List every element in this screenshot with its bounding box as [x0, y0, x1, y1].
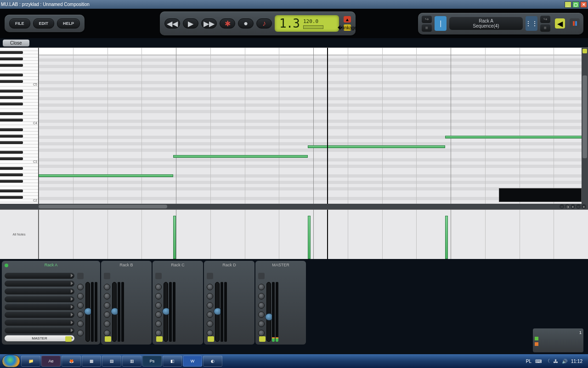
insert-slot[interactable]	[5, 273, 74, 279]
piano-key[interactable]	[0, 70, 38, 74]
channel-indicator[interactable]	[105, 336, 111, 342]
keyboard-icon[interactable]: ⌨	[535, 359, 542, 364]
task-app2[interactable]: ▤	[102, 356, 121, 367]
piano-key[interactable]	[0, 154, 38, 157]
vertical-scrollbar[interactable]	[582, 48, 588, 204]
file-button[interactable]: FILE	[9, 18, 30, 29]
system-tray-popup[interactable]: 1	[533, 328, 583, 352]
piano-key[interactable]	[0, 125, 38, 128]
piano-key[interactable]	[0, 106, 38, 109]
piano-key[interactable]: C5	[0, 83, 38, 86]
channel-knob[interactable]	[258, 321, 265, 327]
channel-knob[interactable]	[77, 302, 84, 309]
channel-knob[interactable]	[207, 330, 213, 336]
zoom-fit-button[interactable]: ◑	[565, 204, 570, 209]
channel-knob[interactable]	[104, 321, 110, 327]
volume-fader[interactable]	[112, 282, 117, 342]
piano-key[interactable]	[0, 119, 38, 122]
mute-button[interactable]	[207, 273, 213, 279]
midi-note[interactable]	[445, 136, 584, 138]
piano-key[interactable]	[0, 77, 38, 80]
piano-key[interactable]	[0, 148, 38, 151]
channel-name[interactable]: MASTER	[255, 263, 306, 267]
piano-key[interactable]	[0, 103, 38, 106]
marker-button[interactable]: ✱	[220, 18, 235, 29]
network-icon[interactable]: 🖧	[554, 359, 558, 364]
channel-knob[interactable]	[104, 284, 110, 290]
task-app3[interactable]: ▥	[122, 356, 141, 367]
volume-icon[interactable]: 🔊	[562, 359, 567, 364]
mute-button[interactable]	[77, 273, 84, 279]
piano-key[interactable]	[0, 128, 38, 132]
scroll-up-button[interactable]	[582, 49, 587, 53]
piano-key[interactable]	[0, 80, 38, 83]
midi-note[interactable]	[39, 174, 173, 177]
insert-slot[interactable]	[5, 304, 74, 310]
piano-key[interactable]	[0, 132, 38, 135]
piano-key[interactable]	[0, 141, 38, 144]
piano-key[interactable]	[0, 109, 38, 112]
insert-slot[interactable]	[5, 328, 74, 334]
channel-knob[interactable]	[104, 330, 110, 336]
channel-knob[interactable]	[155, 321, 162, 327]
rack-list2-button[interactable]: ≡	[540, 24, 550, 32]
tray-chevron-icon[interactable]: 〈	[545, 358, 550, 364]
midi-note[interactable]	[173, 155, 308, 158]
task-explorer[interactable]: 📁	[21, 356, 40, 367]
close-editor-button[interactable]: Close	[3, 40, 29, 46]
rack-next-button[interactable]: ↪	[540, 16, 550, 23]
piano-key[interactable]	[0, 196, 38, 199]
piano-keyboard[interactable]: C5C4C3C2	[0, 48, 39, 204]
insert-slot[interactable]	[5, 296, 74, 302]
channel-knob[interactable]	[258, 284, 265, 290]
task-firefox[interactable]: 🦊	[62, 356, 81, 367]
rack-icon[interactable]: ⎹⎸	[435, 16, 447, 31]
window-maximize-button[interactable]: ▢	[572, 1, 579, 8]
velocity-bar[interactable]	[173, 216, 176, 259]
volume-fader[interactable]	[215, 282, 220, 342]
piano-key[interactable]	[0, 151, 38, 154]
channel-indicator[interactable]	[65, 336, 72, 342]
window-minimize-button[interactable]: _	[565, 1, 571, 8]
channel-knob[interactable]	[77, 330, 84, 336]
lang-indicator[interactable]: PL	[526, 359, 531, 364]
piano-key[interactable]	[0, 99, 38, 103]
piano-key[interactable]	[0, 86, 38, 90]
piano-key[interactable]: C2	[0, 199, 38, 202]
forward-button[interactable]: ▶▶	[201, 18, 217, 29]
channel-knob[interactable]	[104, 293, 110, 299]
task-app1[interactable]: ▦	[82, 356, 101, 367]
piano-key[interactable]	[0, 90, 38, 93]
piano-key[interactable]	[0, 180, 38, 183]
insert-slot[interactable]	[5, 320, 74, 326]
channel-knob[interactable]	[155, 284, 162, 290]
window-close-button[interactable]: ✕	[580, 1, 587, 8]
mute-button[interactable]	[258, 273, 265, 279]
task-word[interactable]: W	[183, 356, 202, 367]
volume-fader[interactable]	[164, 282, 168, 342]
channel-knob[interactable]	[77, 293, 84, 299]
piano-key[interactable]	[0, 51, 38, 54]
insert-slot[interactable]	[5, 312, 74, 318]
channel-name[interactable]: Rack D	[204, 263, 254, 267]
channel-name[interactable]: Rack C	[153, 263, 203, 267]
piano-key[interactable]	[0, 93, 38, 96]
channel-name[interactable]: Rack A	[2, 263, 100, 267]
piano-key[interactable]: C3	[0, 161, 38, 164]
loop-button[interactable]: �linkage	[344, 24, 351, 31]
channel-knob[interactable]	[77, 321, 84, 327]
piano-key[interactable]	[0, 177, 38, 180]
piano-key[interactable]	[0, 144, 38, 148]
channel-knob[interactable]	[104, 302, 110, 309]
piano-key[interactable]	[0, 167, 38, 170]
channel-knob[interactable]	[155, 311, 162, 318]
edit-button[interactable]: EDIT	[33, 18, 55, 29]
channel-knob[interactable]	[207, 311, 213, 318]
mute-button[interactable]	[155, 273, 162, 279]
piano-key[interactable]	[0, 96, 38, 99]
help-button[interactable]: HELP	[57, 18, 80, 29]
task-ps[interactable]: Ps	[142, 356, 162, 367]
channel-knob[interactable]	[207, 321, 213, 327]
start-button[interactable]	[2, 355, 20, 368]
channel-name[interactable]: Rack B	[101, 263, 152, 267]
